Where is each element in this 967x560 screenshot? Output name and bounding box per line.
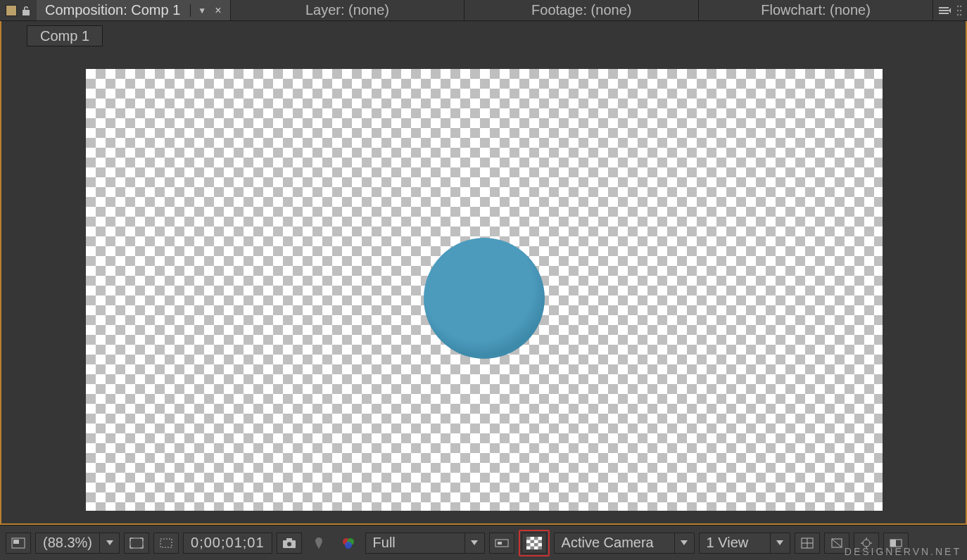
view-value: 1 View [700, 535, 770, 551]
tab-label: Flowchart: (none) [761, 2, 871, 18]
svg-rect-9 [160, 539, 172, 547]
watermark: DESIGNERVN.NET [845, 546, 961, 557]
panel-tabs: Composition: Comp 1 ▼ × Layer: (none) Fo… [0, 0, 967, 21]
crop-to-roi-icon[interactable] [153, 533, 179, 554]
svg-rect-21 [530, 540, 534, 543]
svg-rect-25 [530, 546, 534, 549]
close-icon[interactable]: × [215, 4, 221, 17]
tab-footage[interactable]: Footage: (none) [464, 0, 699, 20]
grip-icon[interactable] [956, 4, 963, 17]
tab-label: Composition: Comp 1 [45, 2, 180, 18]
resolution-select[interactable]: Full [365, 533, 485, 554]
zoom-select[interactable]: (88.3%) [35, 533, 120, 554]
always-preview-icon[interactable] [6, 533, 31, 554]
svg-rect-20 [534, 537, 538, 540]
transparency-grid-highlight [519, 530, 550, 556]
composition-viewer: Comp 1 [0, 21, 967, 525]
comp-breadcrumb[interactable]: Comp 1 [27, 25, 103, 46]
tab-left-icons [0, 0, 37, 20]
svg-point-5 [960, 13, 961, 15]
svg-rect-7 [13, 540, 19, 544]
svg-rect-26 [538, 546, 542, 549]
tab-composition[interactable]: Composition: Comp 1 ▼ × [37, 0, 231, 20]
chevron-down-icon[interactable] [770, 533, 790, 553]
svg-rect-11 [286, 538, 292, 541]
grid-guides-icon[interactable] [795, 533, 820, 554]
tab-label: Layer: (none) [305, 2, 389, 18]
chevron-down-icon[interactable] [99, 533, 119, 553]
svg-point-12 [287, 542, 291, 546]
tab-layer[interactable]: Layer: (none) [231, 0, 465, 20]
svg-point-0 [957, 5, 959, 6]
view-count-select[interactable]: 1 View [699, 533, 790, 554]
svg-point-2 [957, 9, 959, 11]
svg-point-4 [957, 13, 959, 15]
svg-point-15 [345, 542, 352, 549]
svg-rect-8 [130, 538, 143, 548]
svg-rect-17 [498, 542, 502, 545]
zoom-value: (88.3%) [36, 535, 99, 551]
camera-select[interactable]: Active Camera [554, 533, 695, 554]
svg-rect-22 [538, 540, 542, 543]
tab-flowchart[interactable]: Flowchart: (none) [699, 0, 933, 20]
svg-point-3 [960, 9, 961, 11]
breadcrumb-label: Comp 1 [40, 28, 89, 44]
resolution-value: Full [366, 535, 464, 551]
region-of-interest-icon[interactable] [124, 533, 149, 554]
svg-point-29 [863, 540, 870, 547]
tab-label: Footage: (none) [531, 2, 631, 18]
chevron-down-icon[interactable] [464, 533, 484, 553]
svg-rect-31 [890, 540, 896, 547]
shape-circle[interactable] [424, 238, 545, 359]
viewer-canvas[interactable] [86, 69, 883, 511]
timecode-display[interactable]: 0;00;01;01 [183, 533, 272, 554]
chevron-down-icon[interactable]: ▼ [198, 6, 206, 15]
svg-point-1 [960, 5, 961, 6]
svg-rect-19 [526, 537, 531, 540]
fast-previews-icon[interactable] [489, 533, 514, 554]
rgb-channels-icon[interactable] [336, 533, 361, 554]
show-channel-icon[interactable] [306, 533, 331, 554]
chevron-down-icon[interactable] [674, 533, 694, 553]
panel-menu-icon[interactable] [937, 6, 953, 15]
toggle-transparency-grid-button[interactable] [522, 533, 547, 554]
svg-rect-23 [526, 543, 531, 547]
camera-value: Active Camera [555, 535, 674, 551]
viewer-bottom-bar: (88.3%) 0;00;01;01 Full [0, 525, 967, 560]
svg-rect-24 [534, 543, 538, 547]
lock-icon[interactable] [21, 5, 31, 16]
snapshot-icon[interactable] [277, 533, 302, 554]
comp-color-swatch-icon [6, 5, 17, 16]
